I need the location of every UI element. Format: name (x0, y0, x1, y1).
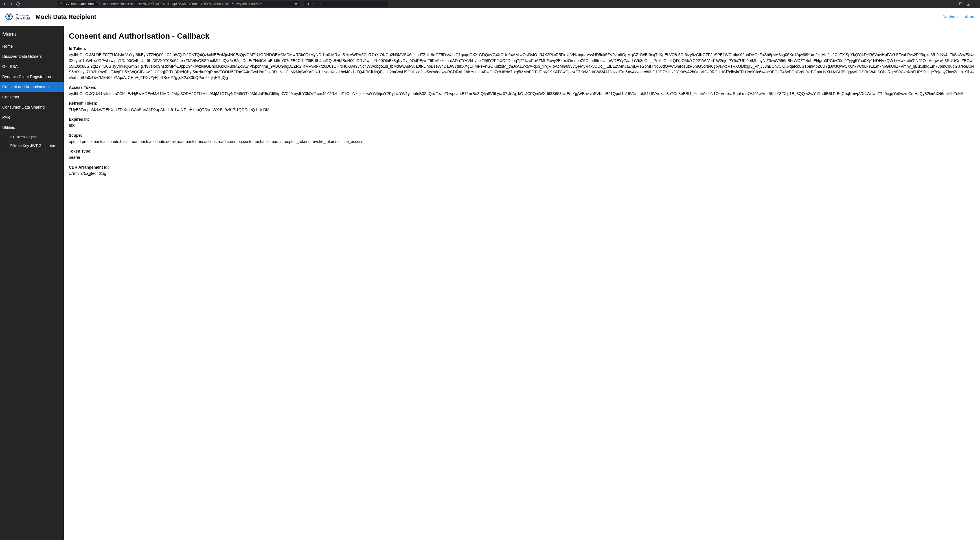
sidebar: Menu HomeDiscover Data HoldersGet SSADyn… (0, 26, 64, 540)
field-value: c7mf3n75ajjjteq461ig (69, 171, 975, 176)
sidebar-subitem[interactable]: — ID Token Helper (0, 133, 64, 141)
field: Id Token:eyJhbGciOiJSU0EtT0FFUCIsImVuYyI… (69, 46, 975, 81)
bookmark-icon[interactable] (294, 2, 298, 6)
field-label: Id Token: (69, 46, 975, 51)
sidebar-item-utilities[interactable]: Utilities (0, 122, 64, 133)
sidebar-subitem[interactable]: — Private Key JWT Generator (0, 141, 64, 150)
sidebar-item-par[interactable]: PAR (0, 112, 64, 122)
field-value: eyJhbGciOiJQUzI1NiIsImtpZCI6IjEzNjEwMDEw… (69, 91, 975, 97)
cdr-logo-icon (5, 12, 14, 22)
pocket-icon[interactable] (959, 2, 963, 6)
field-value: eyJhbGciOiJSU0EtT0FFUCIsImVuYyI6IkEyNTZH… (69, 52, 975, 80)
field-label: Expires In: (69, 116, 975, 122)
about-link[interactable]: About (964, 14, 975, 19)
field-value: bearer (69, 154, 975, 160)
header-links: Settings About (942, 14, 975, 19)
app-body: Menu HomeDiscover Data HoldersGet SSADyn… (0, 26, 980, 540)
field: Refresh Token:7UyE67enpnMzkWDEKXtUZDeXur… (69, 100, 975, 113)
url-text: https://localhost:9001/consent/callback?… (71, 2, 292, 6)
search-bar[interactable] (304, 2, 388, 6)
logo-line2: Data Right (16, 17, 30, 20)
browser-chrome: https://localhost:9001/consent/callback?… (0, 0, 980, 8)
sidebar-item-consent-and-authorisation[interactable]: Consent and Authorisation (0, 82, 64, 92)
logo-line1: Consumer (16, 14, 30, 17)
browser-right-icons (959, 2, 978, 6)
reload-icon[interactable] (16, 2, 20, 6)
field-value: 600 (69, 123, 975, 128)
forward-icon[interactable] (9, 2, 14, 6)
sidebar-item-consents[interactable]: Consents (0, 92, 64, 102)
svg-point-2 (8, 15, 10, 17)
search-icon (306, 2, 310, 6)
nav-buttons (2, 2, 20, 6)
field: Expires In:600 (69, 116, 975, 129)
app-title: Mock Data Recipient (35, 13, 96, 21)
svg-point-1 (307, 3, 309, 5)
logo-section: Consumer Data Right Mock Data Recipient (5, 12, 96, 22)
field-label: Scope: (69, 133, 975, 138)
download-icon[interactable] (966, 2, 970, 6)
field: CDR Arrangement Id:c7mf3n75ajjjteq461ig (69, 164, 975, 176)
shield-icon (60, 2, 64, 6)
field-value: 7UyE67enpnMzkWDEKXtUZDeXurGAbSgVAffD2apA… (69, 107, 975, 113)
sidebar-item-get-ssa[interactable]: Get SSA (0, 62, 64, 71)
settings-link[interactable]: Settings (942, 14, 958, 19)
svg-rect-0 (67, 4, 68, 5)
page-title: Consent and Authorisation - Callback (69, 32, 975, 41)
sidebar-menu-label: Menu (0, 26, 64, 41)
sidebar-item-home[interactable]: Home (0, 41, 64, 51)
field-value: openid profile bank:accounts.basic:read … (69, 139, 975, 145)
sidebar-item-dynamic-client-registration[interactable]: Dynamic Client Registration (0, 71, 64, 82)
app-header: Consumer Data Right Mock Data Recipient … (0, 8, 980, 26)
url-bar[interactable]: https://localhost:9001/consent/callback?… (57, 2, 300, 6)
field-label: Token Type: (69, 148, 975, 154)
field-label: CDR Arrangement Id: (69, 164, 975, 170)
hamburger-icon[interactable] (973, 2, 978, 6)
field-label: Refresh Token: (69, 100, 975, 106)
main-content: Consent and Authorisation - Callback Id … (64, 26, 980, 540)
logo-text: Consumer Data Right (16, 14, 30, 20)
field-label: Access Token: (69, 84, 975, 90)
sidebar-item-consumer-data-sharing[interactable]: Consumer Data Sharing (0, 102, 64, 112)
field: Scope:openid profile bank:accounts.basic… (69, 133, 975, 145)
field: Access Token:eyJhbGciOiJQUzI1NiIsImtpZCI… (69, 84, 975, 97)
sidebar-item-discover-data-holders[interactable]: Discover Data Holders (0, 51, 64, 62)
back-icon[interactable] (2, 2, 7, 6)
lock-icon (65, 2, 69, 6)
field: Token Type:bearer (69, 148, 975, 160)
search-input[interactable] (312, 2, 386, 6)
